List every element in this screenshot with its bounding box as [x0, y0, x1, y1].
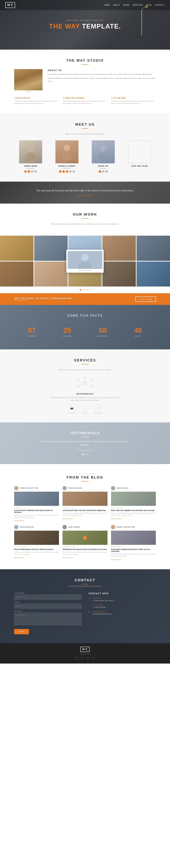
work-item-5[interactable] [137, 236, 170, 261]
work-dot-1[interactable] [80, 289, 81, 290]
service-photography-label: PHOTOGRAPHY [67, 412, 76, 413]
test-dot-2[interactable] [84, 454, 86, 455]
test-dot-3[interactable] [87, 454, 88, 455]
blog-post-title-6: Consectetur adipiscing elit duis mollis … [111, 548, 156, 552]
james-social-4[interactable]: p [34, 170, 37, 173]
network-diagram-icon [74, 376, 96, 390]
blog-avatar-1 [14, 486, 19, 490]
message-input[interactable] [14, 613, 81, 625]
contact-address: 📍 ADDRESS 123 Main Street, New York, NY [89, 597, 156, 602]
work-item-1[interactable] [0, 236, 33, 261]
blog-readmore-5[interactable]: READ MORE [63, 557, 107, 558]
work-item-10[interactable] [137, 261, 170, 287]
service-icon-photography: 📷 PHOTOGRAPHY [67, 405, 76, 413]
footer-copyright: Copyright © 2023 [14, 653, 156, 655]
blog-readmore-6[interactable]: READ MORE [111, 559, 156, 560]
nav-work[interactable]: WORK [123, 4, 130, 6]
nav-logo[interactable]: WY [5, 2, 15, 8]
footer-social-googleplus[interactable]: g [86, 656, 90, 660]
isabella-social-1[interactable]: f [59, 170, 62, 173]
work-item-6[interactable] [0, 261, 33, 287]
blog-card-1: DONEC SUSCIPIT DIM FEBRUARY 13, 2023 Lor… [14, 486, 59, 521]
blog-avatar-2 [63, 486, 67, 490]
david-social-3[interactable]: g [105, 170, 108, 173]
blog-readmore-1[interactable]: READ MORE [14, 520, 59, 521]
david-social-2[interactable]: t [102, 170, 104, 173]
james-social-3[interactable]: g [31, 170, 33, 173]
blog-avatar-4 [14, 525, 19, 529]
isabella-social-3[interactable]: g [66, 170, 68, 173]
work-dot-3[interactable] [84, 289, 86, 290]
isabella-social-4[interactable]: p [69, 170, 72, 173]
blog-post-title-3: Nunc velit risus dapibus non interdum qu… [111, 509, 156, 512]
contact-email-block: MAIL ADDRESS hello@thewaytemplate.com [93, 611, 112, 615]
quote-link[interactable]: FIND OUT MORE [14, 195, 156, 196]
james-social-1[interactable]: f [24, 170, 27, 173]
blog-card-6-header: DONEC SUSCIPIT DIM [111, 525, 156, 529]
location-icon: 📍 [89, 598, 91, 600]
work-item-7[interactable] [34, 261, 68, 287]
work-thumb-10 [137, 261, 170, 287]
contact-submit-button[interactable]: SEND [14, 629, 29, 634]
svg-point-6 [62, 152, 72, 161]
contact-phone-block: TELEPHONE +1 (555) 000-0000 [93, 604, 106, 609]
test-dot-1[interactable] [82, 454, 83, 455]
work-dot-5[interactable] [89, 289, 90, 290]
contact-phone: 📞 TELEPHONE +1 (555) 000-0000 [89, 604, 156, 609]
play-video-button[interactable]: ▶ [83, 536, 87, 540]
blog-readmore-2[interactable]: READ MORE [63, 518, 107, 520]
work-item-2[interactable] [34, 236, 68, 261]
isabella-social-2[interactable]: t [62, 170, 65, 173]
col2-icon: ✦ [63, 97, 64, 99]
work-featured-card[interactable]: Wedding Photography [66, 250, 104, 273]
blog-date-5: FEBRUARY 28, 2023 [63, 546, 107, 548]
contact-email: ✉ MAIL ADDRESS hello@thewaytemplate.com [89, 611, 156, 615]
team-photo-james [19, 140, 42, 163]
service-name: NETWORKING [14, 393, 156, 395]
studio-col1-text: Lorem ipsum vestibulum ante ipsum primis… [14, 100, 59, 105]
address-value: 123 Main Street, New York, NY [93, 599, 115, 602]
cta-button[interactable]: START HERE [135, 297, 156, 302]
work-item-4[interactable] [102, 236, 136, 261]
nav-about[interactable]: ABOUT [113, 4, 120, 6]
nav-services[interactable]: SERVICES [133, 4, 143, 6]
contact-content: CONTACT We are always looking forward to… [14, 578, 156, 634]
join-team-plus[interactable]: + [128, 140, 151, 163]
isabella-social-5[interactable]: in [72, 170, 75, 173]
david-social-1[interactable]: f [99, 170, 101, 173]
studio-3col: ✦WHAT WE DO. Lorem ipsum vestibulum ante… [14, 97, 156, 105]
email-label: E-MAIL [14, 601, 81, 603]
studio-col2-text: Lorem ipsum vestibulum ante ipsum primis… [63, 100, 107, 105]
fact-projects-label: PROJECTS [89, 335, 117, 337]
nav-contact[interactable]: CONTACT [155, 4, 165, 6]
team-photo-isabella [56, 140, 78, 163]
work-item-9[interactable] [102, 261, 136, 287]
team-member-join[interactable]: + JOIN OUR TEAM [123, 140, 156, 173]
footer-social-pinterest[interactable]: p [91, 656, 95, 660]
blog-card-2-header: PROIN SODALES [63, 486, 107, 490]
join-label: JOIN OUR TEAM [123, 165, 156, 167]
james-social-2[interactable]: t [28, 170, 30, 173]
work-dot-2[interactable] [82, 289, 83, 290]
fact-projects: 68 PROJECTS [85, 323, 121, 341]
nav-blog[interactable]: BLOG [146, 4, 152, 6]
fact-mails: 46 MAILS [121, 323, 156, 341]
blog-readmore-4[interactable]: READ MORE [14, 557, 59, 558]
nav-home[interactable]: HOME [104, 4, 110, 6]
svg-line-18 [78, 379, 85, 383]
email-input[interactable] [14, 603, 81, 609]
contact-divider [81, 584, 89, 584]
work-thumb-6 [0, 261, 33, 287]
team-photo-david [92, 140, 115, 163]
studio-title: THE WAY STUDIO [14, 59, 156, 63]
work-subtitle: We have always a high standard for aweso… [14, 223, 156, 225]
name-input[interactable] [14, 595, 81, 599]
footer-social-facebook[interactable]: f [75, 656, 79, 660]
work-dot-4[interactable] [87, 289, 88, 290]
blog-avatar-6 [111, 525, 115, 529]
blog-readmore-3[interactable]: READ MORE [111, 518, 156, 520]
footer-social-twitter[interactable]: t [80, 656, 84, 660]
blog-label: SOME BLOG POSTS [14, 473, 156, 474]
blog-grid: DONEC SUSCIPIT DIM FEBRUARY 13, 2023 Lor… [14, 486, 156, 560]
blog-card-1-header: DONEC SUSCIPIT DIM [14, 486, 59, 490]
